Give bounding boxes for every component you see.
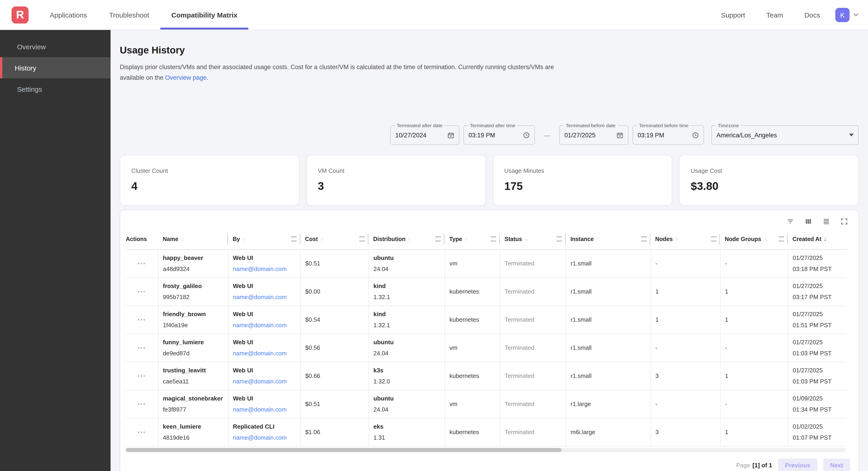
sort-icon[interactable]: ↑↓ bbox=[596, 237, 599, 242]
chevron-down-icon[interactable] bbox=[852, 11, 860, 19]
usage-history-table: ActionsName↑↓By↑↓Cost↑↓Distribution↑↓Typ… bbox=[126, 229, 846, 446]
column-header-instance[interactable]: Instance↑↓ bbox=[566, 229, 651, 249]
by-email-link[interactable]: name@domain.com bbox=[233, 434, 300, 441]
column-menu-icon[interactable] bbox=[557, 237, 562, 242]
cluster-name: happy_beaver bbox=[163, 255, 228, 261]
cell-distribution: ubuntu24.04 bbox=[369, 249, 444, 277]
distribution-name: ubuntu bbox=[373, 255, 444, 261]
dropdown-icon[interactable] bbox=[849, 134, 854, 137]
previous-button[interactable]: Previous bbox=[778, 458, 817, 471]
cell-cost: $0.51 bbox=[300, 249, 369, 277]
row-actions-button[interactable]: ••• bbox=[126, 429, 158, 435]
cluster-name: trusting_leavitt bbox=[163, 367, 228, 374]
by-email-link[interactable]: name@domain.com bbox=[233, 378, 300, 385]
calendar-icon[interactable] bbox=[616, 131, 623, 139]
horizontal-scrollbar[interactable] bbox=[126, 448, 846, 452]
nav-item-label: Compatibility Matrix bbox=[172, 11, 238, 19]
sidebar-item-overview[interactable]: Overview bbox=[0, 36, 111, 57]
nav-item-applications[interactable]: Applications bbox=[39, 0, 98, 29]
column-header-nodes[interactable]: Nodes↑↓ bbox=[651, 229, 720, 249]
table-row: •••frosty_galileo995b7182Web UIname@doma… bbox=[126, 277, 846, 305]
by-email-link[interactable]: name@domain.com bbox=[233, 265, 300, 272]
avatar-initial: K bbox=[840, 11, 845, 19]
sort-icon[interactable]: ↑↓ bbox=[181, 237, 183, 242]
row-actions-button[interactable]: ••• bbox=[126, 288, 158, 295]
sort-icon[interactable]: ↑↓ bbox=[408, 237, 410, 242]
usage-table-card: ActionsName↑↓By↑↓Cost↑↓Distribution↑↓Typ… bbox=[120, 210, 859, 471]
sort-desc-icon[interactable]: ↓ bbox=[824, 236, 827, 243]
column-header-type[interactable]: Type↑↓ bbox=[444, 229, 500, 249]
terminated-after-date-field[interactable]: Terminated after date 10/27/2024 bbox=[390, 125, 459, 145]
cell-actions: ••• bbox=[126, 277, 158, 305]
density-icon[interactable] bbox=[823, 217, 830, 225]
row-actions-button[interactable]: ••• bbox=[126, 316, 158, 323]
column-menu-icon[interactable] bbox=[779, 237, 784, 242]
clock-icon[interactable] bbox=[692, 131, 699, 139]
column-header-node_groups[interactable]: Node Groups↑↓ bbox=[720, 229, 788, 249]
column-header-by[interactable]: By↑↓ bbox=[228, 229, 300, 249]
cell-name: keen_lumiere4819de16 bbox=[158, 418, 228, 446]
columns-icon[interactable] bbox=[804, 217, 812, 225]
nodes-value: 1 bbox=[655, 288, 720, 295]
sidebar-item-history[interactable]: History bbox=[0, 57, 111, 78]
column-header-name[interactable]: Name↑↓ bbox=[158, 229, 228, 249]
table-toolbar bbox=[126, 215, 853, 229]
avatar[interactable]: K bbox=[835, 8, 849, 22]
sort-icon[interactable]: ↑↓ bbox=[764, 237, 766, 242]
cell-distribution: eks1.31 bbox=[369, 418, 444, 446]
by-email-link[interactable]: name@domain.com bbox=[233, 294, 300, 300]
created-time: 01:03 PM PST bbox=[793, 378, 846, 385]
field-value: 01/27/2025 bbox=[564, 131, 595, 139]
cell-node_groups: 1 bbox=[720, 418, 788, 446]
created-time: 01:34 PM PST bbox=[793, 406, 846, 413]
sort-icon[interactable]: ↑↓ bbox=[242, 237, 245, 242]
filter-icon[interactable] bbox=[786, 217, 794, 225]
clock-icon[interactable] bbox=[523, 131, 530, 139]
nav-item-support[interactable]: Support bbox=[710, 11, 755, 19]
nav-item-compatibility-matrix[interactable]: Compatibility Matrix bbox=[160, 0, 249, 29]
nav-item-team[interactable]: Team bbox=[755, 11, 794, 19]
sort-icon[interactable]: ↑↓ bbox=[465, 237, 467, 242]
cell-created: 01/02/202501:07 PM PST bbox=[788, 418, 846, 446]
replicated-logo[interactable]: R bbox=[11, 6, 29, 23]
column-menu-icon[interactable] bbox=[491, 237, 496, 242]
calendar-icon[interactable] bbox=[447, 131, 454, 139]
terminated-before-date-field[interactable]: Terminated before date 01/27/2025 bbox=[559, 125, 628, 145]
nav-item-troubleshoot[interactable]: Troubleshoot bbox=[98, 0, 160, 29]
column-menu-icon[interactable] bbox=[435, 237, 441, 242]
sort-icon[interactable]: ↑↓ bbox=[524, 237, 527, 242]
by-email-link[interactable]: name@domain.com bbox=[233, 322, 300, 329]
column-header-status[interactable]: Status↑↓ bbox=[500, 229, 566, 249]
sort-icon[interactable]: ↑↓ bbox=[320, 237, 323, 242]
column-header-label: Cost bbox=[305, 236, 318, 242]
next-button[interactable]: Next bbox=[823, 458, 850, 471]
overview-page-link[interactable]: Overview page bbox=[165, 74, 207, 81]
column-header-distribution[interactable]: Distribution↑↓ bbox=[369, 229, 444, 249]
column-header-created[interactable]: Created At↓ bbox=[788, 229, 846, 249]
column-header-cost[interactable]: Cost↑↓ bbox=[300, 229, 369, 249]
row-actions-button[interactable]: ••• bbox=[126, 345, 158, 351]
cell-status: Terminated bbox=[500, 390, 566, 418]
fullscreen-icon[interactable] bbox=[840, 217, 848, 225]
stat-value: 4 bbox=[131, 180, 299, 193]
cell-cost: $0.51 bbox=[300, 390, 369, 418]
scrollbar-thumb[interactable] bbox=[126, 448, 562, 452]
sidebar-item-settings[interactable]: Settings bbox=[0, 78, 111, 99]
type-value: kubernetes bbox=[450, 316, 500, 323]
row-actions-button[interactable]: ••• bbox=[126, 373, 158, 379]
timezone-select[interactable]: Timezone America/Los_Angeles bbox=[711, 125, 859, 145]
by-email-link[interactable]: name@domain.com bbox=[233, 350, 300, 357]
row-actions-button[interactable]: ••• bbox=[126, 401, 158, 407]
row-actions-button[interactable]: ••• bbox=[126, 260, 158, 267]
column-menu-icon[interactable] bbox=[641, 237, 647, 242]
nav-item-docs[interactable]: Docs bbox=[794, 11, 831, 19]
stat-value: 175 bbox=[504, 180, 672, 193]
sort-icon[interactable]: ↑↓ bbox=[675, 237, 678, 242]
distribution-version: 24.04 bbox=[373, 350, 444, 357]
column-menu-icon[interactable] bbox=[291, 237, 297, 242]
terminated-after-time-field[interactable]: Terminated after time 03:19 PM bbox=[464, 125, 535, 145]
column-menu-icon[interactable] bbox=[711, 237, 716, 242]
column-menu-icon[interactable] bbox=[359, 237, 365, 242]
by-email-link[interactable]: name@domain.com bbox=[233, 406, 300, 413]
terminated-before-time-field[interactable]: Terminated before time 03:19 PM bbox=[632, 125, 704, 145]
